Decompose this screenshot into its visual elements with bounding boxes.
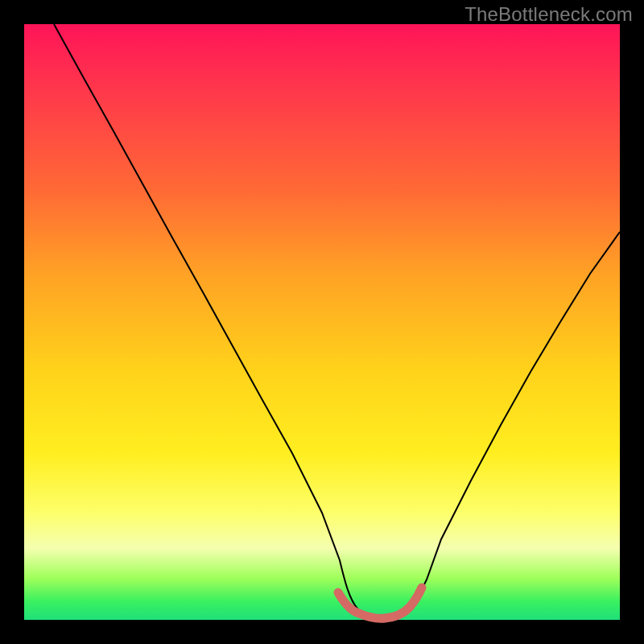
watermark-text: TheBottleneck.com — [464, 3, 633, 26]
plot-area — [24, 24, 620, 620]
curve-svg — [24, 24, 620, 620]
bottleneck-curve-path — [54, 24, 620, 620]
chart-frame: TheBottleneck.com — [0, 0, 644, 644]
flat-peak-segment — [338, 588, 422, 618]
